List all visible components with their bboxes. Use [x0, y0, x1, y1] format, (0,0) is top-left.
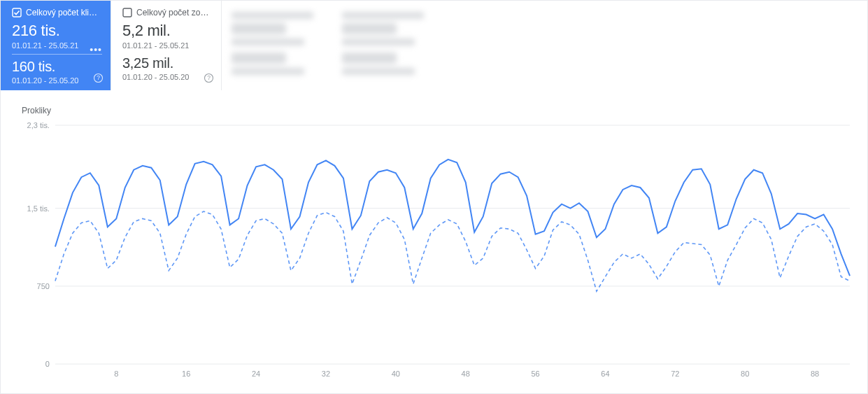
line-chart: 07501,5 tis.2,3 tis.81624324048566472808… [22, 121, 857, 381]
svg-text:64: 64 [601, 370, 609, 378]
svg-text:88: 88 [811, 370, 819, 378]
metric-title: Celkový počet zo… [136, 8, 208, 17]
svg-text:750: 750 [37, 282, 50, 290]
svg-text:24: 24 [252, 370, 260, 378]
help-icon[interactable]: ? [93, 73, 104, 86]
svg-text:0: 0 [45, 360, 50, 368]
svg-text:48: 48 [462, 370, 470, 378]
metric-value-current: 216 tis. [12, 22, 101, 40]
svg-rect-0 [13, 8, 21, 17]
metric-range-prev: 01.01.20 - 25.05.20 [12, 76, 101, 85]
svg-text:1,5 tis.: 1,5 tis. [27, 204, 50, 213]
metric-range-current: 01.01.21 - 25.05.21 [122, 41, 211, 50]
svg-text:8: 8 [114, 370, 118, 378]
svg-text:80: 80 [741, 370, 749, 378]
svg-text:56: 56 [531, 370, 539, 378]
metric-range-prev: 01.01.20 - 25.05.20 [122, 73, 211, 81]
svg-rect-3 [123, 8, 131, 17]
help-icon[interactable]: ? [204, 73, 214, 86]
metric-title: Celkový počet kli… [26, 8, 97, 17]
svg-text:?: ? [207, 74, 211, 81]
svg-text:72: 72 [671, 370, 679, 378]
y-axis-title: Prokliky [22, 106, 51, 115]
card-divider [12, 54, 102, 55]
svg-text:32: 32 [322, 370, 330, 378]
svg-text:2,3 tis.: 2,3 tis. [27, 121, 50, 129]
metric-card-impressions[interactable]: Celkový počet zo… 5,2 mil. 01.01.21 - 25… [111, 1, 222, 90]
svg-text:?: ? [97, 74, 100, 81]
svg-text:16: 16 [182, 370, 190, 378]
metric-card-clicks[interactable]: Celkový počet kli… 216 tis. 01.01.21 - 2… [1, 1, 111, 90]
metric-value-prev: 3,25 mil. [122, 55, 211, 71]
metric-range-current: 01.01.21 - 25.05.21 [12, 41, 101, 50]
metric-value-prev: 160 tis. [12, 59, 101, 75]
more-icon[interactable]: ••• [90, 44, 102, 55]
metric-card-blurred [222, 1, 332, 90]
checkbox-unchecked-icon [122, 8, 132, 17]
metric-value-current: 5,2 mil. [122, 22, 211, 40]
metric-card-blurred [332, 1, 443, 90]
checkbox-checked-icon [12, 8, 22, 17]
svg-text:40: 40 [392, 370, 400, 378]
